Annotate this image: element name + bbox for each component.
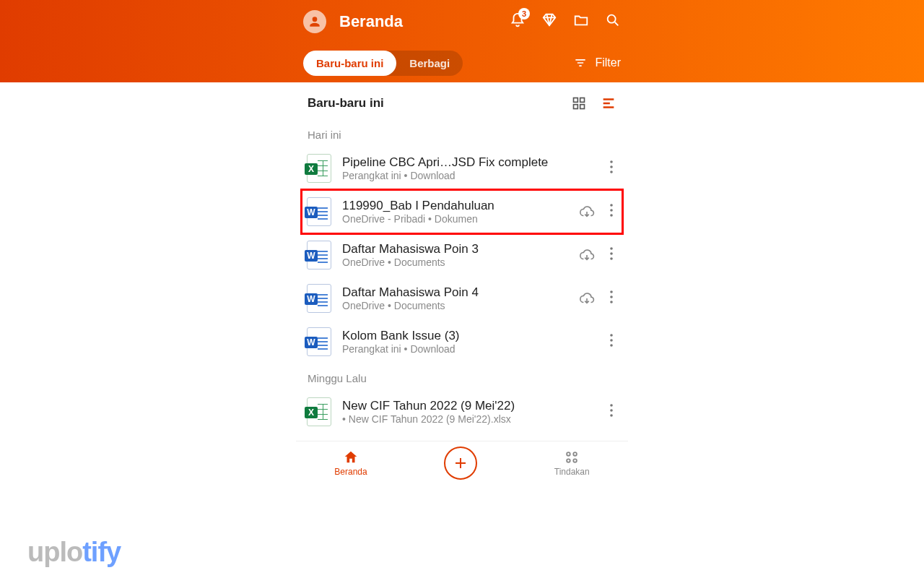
watermark: uplotify — [27, 537, 121, 568]
notification-badge: 3 — [518, 8, 530, 20]
svg-point-17 — [610, 334, 613, 337]
plus-icon — [452, 454, 469, 472]
kebab-icon — [609, 247, 614, 260]
word-icon — [307, 284, 331, 313]
watermark-a: uplo — [27, 537, 82, 567]
tabs-row: Baru-baru ini Berbagi Filter — [296, 43, 628, 82]
fab-add[interactable] — [444, 447, 477, 480]
header: Beranda 3 — [296, 0, 628, 43]
file-name: Kolom Bank Issue (3) — [342, 329, 595, 343]
tab-shared[interactable]: Berbagi — [396, 51, 463, 76]
svg-point-23 — [567, 452, 570, 456]
content-area: Baru-baru ini Hari iniPipeline CBC Apri…… — [296, 82, 628, 484]
user-icon — [308, 14, 322, 29]
svg-point-8 — [610, 204, 613, 207]
file-row[interactable]: Daftar Mahasiswa Poin 4OneDrive • Docume… — [302, 277, 622, 320]
group-label: Hari ini — [302, 120, 622, 147]
more-options-button[interactable] — [605, 244, 618, 266]
svg-point-26 — [574, 459, 578, 462]
avatar-button[interactable] — [303, 10, 326, 33]
file-sub: OneDrive • Documents — [342, 256, 569, 268]
download-cloud-button[interactable] — [579, 247, 595, 263]
more-options-button[interactable] — [605, 288, 618, 309]
list-icon — [601, 95, 616, 111]
file-text: Kolom Bank Issue (3)Perangkat ini • Down… — [342, 329, 595, 355]
notifications-button[interactable]: 3 — [510, 12, 526, 31]
filter-button[interactable]: Filter — [573, 56, 621, 70]
page-title: Beranda — [339, 12, 497, 31]
more-options-button[interactable] — [605, 331, 618, 353]
section-header: Baru-baru ini — [302, 90, 622, 120]
cloud-download-icon — [579, 290, 595, 306]
svg-point-22 — [610, 414, 613, 417]
svg-point-15 — [610, 296, 613, 298]
filter-label: Filter — [595, 56, 621, 69]
svg-point-14 — [610, 290, 613, 293]
cloud-download-icon — [579, 204, 595, 220]
download-cloud-button[interactable] — [579, 290, 595, 306]
svg-point-19 — [610, 344, 613, 347]
search-icon — [605, 12, 621, 28]
svg-point-20 — [610, 404, 613, 407]
filter-icon — [573, 56, 588, 70]
more-options-button[interactable] — [605, 401, 618, 423]
svg-rect-1 — [574, 98, 578, 103]
premium-button[interactable] — [541, 12, 557, 31]
svg-point-5 — [610, 160, 613, 163]
file-sub: OneDrive - Pribadi • Dokumen — [342, 213, 569, 225]
svg-point-6 — [610, 165, 613, 168]
nav-actions[interactable]: Tindakan — [554, 449, 590, 477]
file-text: 119990_Bab I PendahuluanOneDrive - Priba… — [342, 199, 569, 225]
tab-recent[interactable]: Baru-baru ini — [303, 51, 396, 76]
excel-icon — [307, 397, 331, 426]
diamond-icon — [541, 12, 557, 28]
kebab-icon — [609, 204, 614, 217]
file-text: New CIF Tahun 2022 (9 Mei'22) • New CIF … — [342, 399, 595, 425]
svg-point-25 — [567, 459, 570, 462]
apps-icon — [564, 449, 580, 465]
watermark-b: tify — [82, 537, 121, 567]
search-button[interactable] — [605, 12, 621, 31]
svg-point-18 — [610, 339, 613, 342]
svg-rect-2 — [580, 98, 585, 103]
file-row[interactable]: 119990_Bab I PendahuluanOneDrive - Priba… — [302, 190, 622, 233]
bottom-nav: Beranda Tindakan — [296, 441, 628, 484]
svg-point-7 — [610, 171, 613, 173]
file-text: Daftar Mahasiswa Poin 4OneDrive • Docume… — [342, 285, 569, 311]
nav-actions-label: Tindakan — [554, 467, 590, 477]
more-options-button[interactable] — [605, 158, 618, 179]
group-label: Minggu Lalu — [302, 363, 622, 390]
svg-point-13 — [610, 257, 613, 260]
excel-icon — [307, 154, 331, 183]
file-name: Pipeline CBC Apri…JSD Fix complete — [342, 155, 595, 170]
more-options-button[interactable] — [605, 201, 618, 223]
file-text: Daftar Mahasiswa Poin 3OneDrive • Docume… — [342, 242, 569, 268]
file-row[interactable]: Pipeline CBC Apri…JSD Fix completePerang… — [302, 147, 622, 190]
folder-button[interactable] — [573, 12, 589, 31]
word-icon — [307, 327, 331, 356]
file-sub: OneDrive • Documents — [342, 300, 569, 311]
file-name: Daftar Mahasiswa Poin 4 — [342, 285, 569, 300]
grid-icon — [572, 96, 586, 111]
nav-home[interactable]: Beranda — [334, 449, 367, 477]
svg-point-21 — [610, 409, 613, 412]
svg-point-10 — [610, 214, 613, 217]
section-title: Baru-baru ini — [308, 96, 384, 111]
file-sub: Perangkat ini • Download — [342, 170, 595, 181]
file-row[interactable]: New CIF Tahun 2022 (9 Mei'22) • New CIF … — [302, 390, 622, 434]
file-name: 119990_Bab I Pendahuluan — [342, 199, 569, 213]
word-icon — [307, 197, 331, 226]
file-row[interactable]: Kolom Bank Issue (3)Perangkat ini • Down… — [302, 320, 622, 363]
list-view-button[interactable] — [601, 95, 616, 111]
file-name: Daftar Mahasiswa Poin 3 — [342, 242, 569, 256]
segment-control: Baru-baru ini Berbagi — [303, 51, 463, 76]
kebab-icon — [609, 404, 614, 417]
folder-icon — [573, 12, 589, 28]
svg-point-16 — [610, 301, 613, 303]
nav-home-label: Beranda — [334, 467, 367, 477]
app-viewport: Beranda 3 Baru-baru ini Berbagi Filter — [296, 0, 628, 578]
file-name: New CIF Tahun 2022 (9 Mei'22) — [342, 399, 595, 413]
grid-view-button[interactable] — [572, 95, 586, 111]
file-row[interactable]: Daftar Mahasiswa Poin 3OneDrive • Docume… — [302, 233, 622, 277]
download-cloud-button[interactable] — [579, 204, 595, 220]
